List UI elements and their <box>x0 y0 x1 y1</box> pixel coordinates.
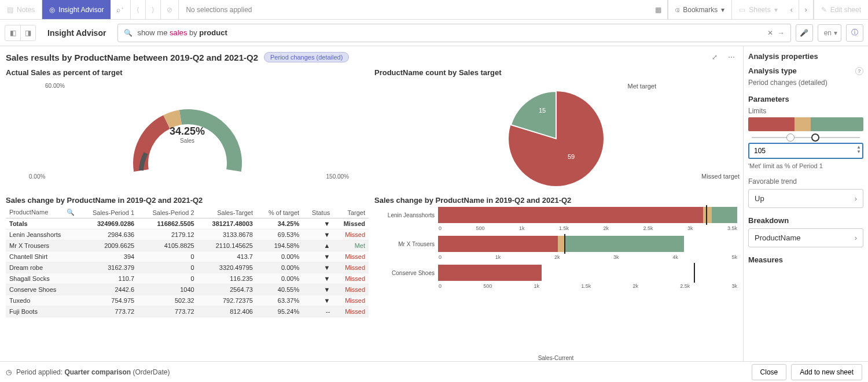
slider-handle-low[interactable] <box>786 133 795 142</box>
data-table[interactable]: ProductName 🔍Sales-Period 1Sales-Period … <box>6 207 369 317</box>
help-icon[interactable]: ? <box>855 67 863 75</box>
analysis-properties-panel: Analysis properties Analysis type ? Peri… <box>743 46 868 361</box>
clear-search-button[interactable]: ✕ <box>767 29 773 37</box>
voice-input-button[interactable]: 🎤 <box>796 24 813 42</box>
notes-label: Notes <box>17 6 35 14</box>
language-dropdown[interactable]: en ▾ <box>818 24 841 42</box>
svg-text:15: 15 <box>539 107 546 114</box>
analysis-header: Sales results by ProductName between 201… <box>0 46 743 68</box>
chevron-down-icon: ▾ <box>721 6 724 14</box>
panel-header: Analysis properties <box>748 52 863 61</box>
bullet-row: Conserve Shoes <box>374 265 737 281</box>
submit-search-button[interactable]: → <box>778 29 785 37</box>
barchart-title: Sales change by ProductName in 2019-Q2 a… <box>374 196 737 205</box>
lang-value: en <box>824 29 832 37</box>
pie-title: ProductName count by Sales target <box>374 68 737 77</box>
col-header[interactable]: Sales-Period 2 <box>138 207 198 218</box>
show-assets-button[interactable]: ◨ <box>20 25 35 40</box>
favorable-trend-title: Favorable trend <box>748 177 863 186</box>
y-axis-label: ProductName <box>374 231 376 266</box>
period-applied-label: Period applied: Quarter comparison (Orde… <box>16 368 170 376</box>
table-row[interactable]: Dream robe3162.37903320.497950.00%▼Misse… <box>6 262 369 273</box>
measures-title: Measures <box>748 255 783 264</box>
sheets-button[interactable]: ▭ Sheets ▾ <box>731 0 784 19</box>
sales-change-table: Sales change by ProductName in 2019-Q2 a… <box>6 196 369 361</box>
panel-toggle: ◧ ◨ <box>5 25 36 41</box>
gauge-tick-mid: 60.00% <box>45 83 65 89</box>
bullet-row: Lenin Jeansshorts <box>374 207 737 223</box>
slider-handle-high[interactable] <box>811 133 819 142</box>
collapse-button[interactable]: ⤢ <box>709 51 720 64</box>
met-limit-hint: 'Met' limit as % of Period 1 <box>748 162 863 169</box>
gauge-value: 34.25% <box>170 125 205 138</box>
table-row[interactable]: Mr X Trousers2009.66254105.88252110.1456… <box>6 240 369 251</box>
col-header[interactable]: Sales-Period 1 <box>78 207 138 218</box>
insight-advisor-tab[interactable]: ◎ Insight Advisor <box>42 0 111 19</box>
svg-text:59: 59 <box>568 153 575 160</box>
col-header[interactable]: Target <box>333 207 369 218</box>
selections-tool-button[interactable]: ▦ <box>649 0 668 19</box>
x-axis-label: Sales-Current <box>374 354 737 361</box>
app-toolbar: ▤ Notes ◎ Insight Advisor ⌕⁺ ⟨ ⟩ ⊘ No se… <box>0 0 868 20</box>
table-row-totals: Totals324969.0286116862.5505381217.48003… <box>6 218 369 229</box>
sheets-label: Sheets <box>749 6 770 14</box>
table-row[interactable]: Fuji Boots773.72773.72812.40695.24%--Mis… <box>6 306 369 317</box>
breakdown-select[interactable]: ProductName › <box>748 228 863 247</box>
edit-sheet-label: Edit sheet <box>830 6 861 14</box>
sheet-icon: ▭ <box>739 6 745 14</box>
favorable-trend-select[interactable]: Up › <box>748 189 863 208</box>
search-row: ◧ ◨ Insight Advisor 🔍 show me sales by p… <box>0 20 868 46</box>
chevron-down-icon: ▾ <box>774 6 778 14</box>
footer-bar: ◷ Period applied: Quarter comparison (Or… <box>0 361 868 382</box>
breakdown-title: Breakdown <box>748 216 789 225</box>
limits-bar <box>748 117 863 131</box>
pie-svg: 15 59 <box>498 84 614 188</box>
next-sheet-button[interactable]: › <box>799 0 814 19</box>
no-selections-label: No selections applied <box>179 0 259 19</box>
clock-icon: ◷ <box>6 368 12 376</box>
gauge-tick-low: 0.00% <box>29 173 45 180</box>
bookmarks-button[interactable]: ⟃ Bookmarks ▾ <box>668 0 731 19</box>
table-row[interactable]: Tuxedo754.975502.32792.7237563.37%▼Misse… <box>6 295 369 306</box>
search-box[interactable]: 🔍 show me sales by product ✕ → <box>117 24 790 42</box>
smart-search-button[interactable]: ⌕⁺ <box>111 0 131 19</box>
selections-forward-button[interactable]: ⟩ <box>146 0 161 19</box>
spinner-icon[interactable]: ▲▼ <box>856 145 861 154</box>
notes-button[interactable]: ▤ Notes <box>0 0 42 19</box>
table-row[interactable]: Shagall Socks110.70116.2350.00%▼Missed <box>6 273 369 284</box>
table-row[interactable]: Conserve Shoes2442.610402564.7340.55%▼Mi… <box>6 284 369 295</box>
pencil-icon: ✎ <box>821 6 827 14</box>
search-icon: 🔍 <box>124 29 133 37</box>
col-header[interactable]: Sales-Target <box>198 207 256 218</box>
bookmark-icon: ⟃ <box>675 6 679 14</box>
clear-selections-button[interactable]: ⊘ <box>161 0 179 19</box>
bullet-row: Mr X Trousers <box>374 236 737 252</box>
edit-sheet-button[interactable]: ✎ Edit sheet <box>814 0 868 19</box>
selections-back-button[interactable]: ⟨ <box>131 0 146 19</box>
analysis-type-pill[interactable]: Period changes (detailed) <box>264 52 349 62</box>
search-text: show me sales by product <box>137 28 762 37</box>
hide-assets-button[interactable]: ◧ <box>5 25 20 40</box>
breakdown-value: ProductName <box>755 233 800 242</box>
insight-advisor-title: Insight Advisor <box>41 28 113 38</box>
insight-advisor-label: Insight Advisor <box>58 6 104 14</box>
table-row[interactable]: Chantell Shirt3940413.70.00%▼Missed <box>6 251 369 262</box>
analysis-type-value: Period changes (detailed) <box>748 79 863 87</box>
col-header[interactable]: ProductName 🔍 <box>6 207 78 218</box>
pie-met-label: Met target <box>627 83 656 90</box>
add-to-new-sheet-button[interactable]: Add to new sheet <box>791 364 862 380</box>
limits-label: Limits <box>748 107 863 115</box>
col-header[interactable]: % of target <box>256 207 303 218</box>
more-actions-button[interactable]: ⋯ <box>726 51 737 64</box>
close-button[interactable]: Close <box>752 364 787 380</box>
prev-sheet-button[interactable]: ‹ <box>785 0 799 19</box>
analysis-type-title: Analysis type <box>748 66 797 75</box>
col-header[interactable]: Status <box>303 207 333 218</box>
gauge-sub: Sales <box>170 138 205 144</box>
bullet-chart: Sales change by ProductName in 2019-Q2 a… <box>374 196 737 361</box>
table-row[interactable]: Lenin Jeansshorts2984.6362179.123133.867… <box>6 229 369 240</box>
analysis-title: Sales results by ProductName between 201… <box>6 53 258 62</box>
met-limit-input[interactable] <box>748 143 863 159</box>
limits-slider[interactable] <box>752 137 860 138</box>
info-button[interactable]: ⓘ <box>846 24 863 42</box>
